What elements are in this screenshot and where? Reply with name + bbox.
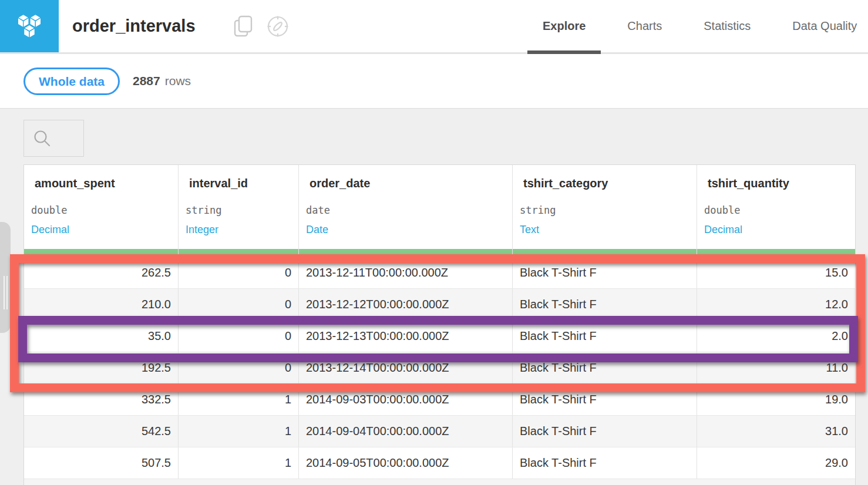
table-cell[interactable]: Black T-Shirt F — [513, 447, 697, 479]
table-cell[interactable]: 15.0 — [697, 257, 855, 288]
row-count: 2887 rows — [133, 54, 191, 108]
table-cell[interactable]: 507.5 — [24, 447, 179, 479]
column-header-amount-spent[interactable]: amount_spent double Decimal — [24, 165, 179, 249]
data-table: amount_spent double Decimal interval_id … — [23, 164, 856, 485]
table-cell[interactable]: 0 — [179, 289, 299, 320]
table-row: 192.502013-12-14T00:00:00.000ZBlack T-Sh… — [24, 352, 855, 383]
table-cell[interactable]: 2.0 — [697, 321, 855, 352]
table-cell[interactable]: 542.5 — [24, 416, 179, 447]
table-cell[interactable]: 2013-12-14T00:00:00.000Z — [299, 352, 513, 383]
table-cell[interactable]: 29.0 — [697, 447, 855, 479]
column-storage: double — [704, 204, 855, 216]
table-cell[interactable]: 2014-09-03T00:00:00.000Z — [299, 384, 513, 415]
column-storage: string — [186, 204, 298, 216]
row-count-label: rows — [165, 74, 191, 88]
column-header-tshirt-quantity[interactable]: tshirt_quantity double Decimal — [697, 165, 855, 249]
column-meaning[interactable]: Decimal — [31, 224, 178, 236]
column-header-order-date[interactable]: order_date date Date — [299, 165, 513, 249]
table-row: 210.002013-12-12T00:00:00.000ZBlack T-Sh… — [24, 288, 855, 320]
table-cell[interactable]: 2013-12-11T00:00:00.000Z — [299, 257, 513, 288]
table-header-row: amount_spent double Decimal interval_id … — [24, 165, 855, 249]
column-name: tshirt_category — [523, 177, 697, 190]
validity-bar-segment[interactable] — [299, 249, 513, 257]
row-count-number: 2887 — [133, 74, 160, 88]
table-body: 262.502013-12-11T00:00:00.000ZBlack T-Sh… — [24, 257, 855, 479]
table-row: 262.502013-12-11T00:00:00.000ZBlack T-Sh… — [24, 257, 855, 288]
column-meaning[interactable]: Integer — [186, 224, 298, 236]
tab-charts[interactable]: Charts — [612, 0, 677, 52]
table-cell[interactable]: 2013-12-12T00:00:00.000Z — [299, 289, 513, 320]
table-cell[interactable]: Black T-Shirt F — [513, 416, 697, 447]
tab-data-quality[interactable]: Data Quality — [777, 0, 868, 52]
table-cell[interactable]: 210.0 — [24, 289, 179, 320]
table-cell[interactable]: Black T-Shirt F — [513, 352, 697, 383]
table-cell[interactable]: 1 — [179, 416, 299, 447]
table-cell[interactable]: Black T-Shirt F — [513, 384, 697, 415]
table-cell[interactable]: 0 — [179, 352, 299, 383]
column-header-tshirt-category[interactable]: tshirt_category string Text — [513, 165, 697, 249]
table-row: 542.512014-09-04T00:00:00.000ZBlack T-Sh… — [24, 415, 855, 447]
validity-bar-segment[interactable] — [697, 249, 855, 257]
sample-selector-button[interactable]: Whole data — [23, 68, 120, 95]
tab-statistics[interactable]: Statistics — [688, 0, 766, 52]
sample-bar: Whole data 2887 rows — [0, 54, 868, 109]
column-header-interval-id[interactable]: interval_id string Integer — [179, 165, 299, 249]
tab-explore[interactable]: Explore — [527, 0, 601, 52]
table-cell[interactable]: 2014-09-04T00:00:00.000Z — [299, 416, 513, 447]
copy-icon[interactable] — [233, 0, 254, 52]
app-header: order_intervals Explore Charts Statistic… — [0, 0, 868, 54]
validity-bar-segment[interactable] — [24, 249, 179, 257]
table-cell[interactable]: 0 — [179, 321, 299, 352]
grip-line — [4, 276, 5, 309]
table-cell[interactable]: 19.0 — [697, 384, 855, 415]
table-cell[interactable]: 2014-09-05T00:00:00.000Z — [299, 447, 513, 479]
table-row-partial — [24, 479, 855, 485]
table-cell[interactable]: 11.0 — [697, 352, 855, 383]
table-row: 35.002013-12-13T00:00:00.000ZBlack T-Shi… — [24, 320, 855, 352]
validity-bar-segment[interactable] — [179, 249, 299, 257]
validity-bar-segment[interactable] — [513, 249, 697, 257]
grip-line — [6, 276, 8, 309]
column-meaning[interactable]: Text — [520, 224, 697, 236]
table-cell[interactable]: 0 — [179, 257, 299, 288]
column-name: tshirt_quantity — [708, 177, 855, 190]
table-cell[interactable]: 332.5 — [24, 384, 179, 415]
table-cell[interactable]: 2013-12-13T00:00:00.000Z — [299, 321, 513, 352]
column-storage: double — [31, 204, 178, 216]
column-storage: string — [520, 204, 697, 216]
compass-icon[interactable] — [266, 0, 290, 52]
table-cell[interactable]: 35.0 — [24, 321, 179, 352]
table-cell[interactable]: 262.5 — [24, 257, 179, 288]
search-input[interactable] — [24, 120, 83, 156]
table-cell[interactable]: 12.0 — [697, 289, 855, 320]
column-name: interval_id — [189, 177, 298, 190]
column-meaning[interactable]: Decimal — [704, 224, 855, 236]
page-title: order_intervals — [72, 0, 196, 52]
table-cell[interactable]: Black T-Shirt F — [513, 289, 697, 320]
table-cell[interactable]: 1 — [179, 447, 299, 479]
table-cell[interactable]: Black T-Shirt F — [513, 257, 697, 288]
column-name: amount_spent — [35, 177, 178, 190]
column-meaning[interactable]: Date — [306, 224, 512, 236]
table-search-box[interactable] — [23, 120, 84, 157]
validity-bar — [24, 249, 855, 257]
table-row: 332.512014-09-03T00:00:00.000ZBlack T-Sh… — [24, 383, 855, 415]
column-name: order_date — [309, 177, 512, 190]
panel-drag-handle[interactable] — [0, 222, 11, 333]
tab-bar: Explore Charts Statistics Data Quality — [527, 0, 868, 52]
dataset-cubes-icon — [0, 0, 59, 52]
table-cell[interactable]: 192.5 — [24, 352, 179, 383]
table-cell[interactable]: 1 — [179, 384, 299, 415]
table-cell[interactable]: Black T-Shirt F — [513, 321, 697, 352]
table-row: 507.512014-09-05T00:00:00.000ZBlack T-Sh… — [24, 447, 855, 479]
table-cell[interactable]: 31.0 — [697, 416, 855, 447]
column-storage: date — [306, 204, 512, 216]
